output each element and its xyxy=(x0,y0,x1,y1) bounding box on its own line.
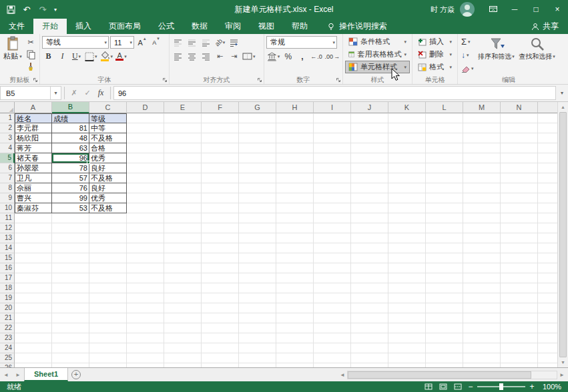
cell-I15[interactable] xyxy=(314,253,351,263)
page-break-view-button[interactable] xyxy=(451,381,465,392)
row-header-3[interactable]: 3 xyxy=(0,133,15,143)
column-header-B[interactable]: B xyxy=(52,102,89,113)
cell-H12[interactable] xyxy=(276,223,314,233)
column-header-I[interactable]: I xyxy=(314,102,351,113)
cell-K13[interactable] xyxy=(388,233,426,243)
cell-G14[interactable] xyxy=(239,243,276,253)
cell-D18[interactable] xyxy=(127,283,164,293)
zoom-slider-thumb[interactable] xyxy=(499,383,503,390)
cell-B11[interactable] xyxy=(52,213,89,223)
cell-J3[interactable] xyxy=(351,133,388,143)
borders-button[interactable]: ▾ xyxy=(84,50,98,63)
cell-F20[interactable] xyxy=(202,303,239,313)
redo-button[interactable]: ↷ xyxy=(35,0,51,19)
cell-D15[interactable] xyxy=(127,253,164,263)
cell-D3[interactable] xyxy=(127,133,164,143)
cell-G4[interactable] xyxy=(239,143,276,153)
cell-J21[interactable] xyxy=(351,313,388,323)
number-dialog-launcher[interactable] xyxy=(336,77,341,83)
cell-M23[interactable] xyxy=(463,333,501,343)
cell-I3[interactable] xyxy=(314,133,351,143)
cell-K24[interactable] xyxy=(388,343,426,353)
fill-button[interactable]: ↓▾ xyxy=(460,49,475,61)
scroll-right-button[interactable]: ► xyxy=(557,372,567,378)
cell-H5[interactable] xyxy=(276,153,314,163)
cell-E25[interactable] xyxy=(164,353,202,363)
horizontal-scroll-thumb[interactable] xyxy=(348,371,531,379)
cell-E23[interactable] xyxy=(164,333,202,343)
cell-E19[interactable] xyxy=(164,293,202,303)
name-box-dropdown[interactable]: ▾ xyxy=(51,86,61,100)
cell-F13[interactable] xyxy=(202,233,239,243)
cell-D11[interactable] xyxy=(127,213,164,223)
cell-J16[interactable] xyxy=(351,263,388,273)
increase-decimal-button[interactable]: ←.0 xyxy=(310,50,322,63)
cell-B13[interactable] xyxy=(52,233,89,243)
cell-C13[interactable] xyxy=(89,233,127,243)
underline-button[interactable]: U▾ xyxy=(70,50,83,63)
cell-G13[interactable] xyxy=(239,233,276,243)
enter-button[interactable]: ✓ xyxy=(81,85,94,101)
column-header-A[interactable]: A xyxy=(15,102,52,113)
tab-help[interactable]: 帮助 xyxy=(283,19,316,34)
cell-N15[interactable] xyxy=(501,253,538,263)
cell-D24[interactable] xyxy=(127,343,164,353)
percent-style-button[interactable]: % xyxy=(282,50,294,63)
cell-J20[interactable] xyxy=(351,303,388,313)
cell-I22[interactable] xyxy=(314,323,351,333)
find-select-button[interactable]: 查找和选择▾ xyxy=(518,35,557,75)
cell-J7[interactable] xyxy=(351,173,388,183)
user-name[interactable]: 时 方焱 xyxy=(431,5,455,15)
cell-J2[interactable] xyxy=(351,123,388,133)
decrease-decimal-button[interactable]: .00→ xyxy=(324,50,340,63)
decrease-font-button[interactable]: A▾ xyxy=(150,36,162,49)
tab-view[interactable]: 视图 xyxy=(250,19,283,34)
cell-L14[interactable] xyxy=(426,243,463,253)
cell-I16[interactable] xyxy=(314,263,351,273)
comma-style-button[interactable]: , xyxy=(296,50,308,63)
paste-button[interactable]: 粘贴▾ xyxy=(2,35,23,71)
cell-N3[interactable] xyxy=(501,133,538,143)
cell-F11[interactable] xyxy=(202,213,239,223)
formula-bar-expand-button[interactable]: ▾ xyxy=(556,85,568,101)
cell-N13[interactable] xyxy=(501,233,538,243)
cell-C5[interactable]: 优秀 xyxy=(89,153,127,163)
zoom-out-button[interactable]: − xyxy=(465,382,476,391)
tab-review[interactable]: 审阅 xyxy=(216,19,250,34)
cell-C17[interactable] xyxy=(89,273,127,283)
cell-L11[interactable] xyxy=(426,213,463,223)
cell-N16[interactable] xyxy=(501,263,538,273)
cell-N6[interactable] xyxy=(501,163,538,173)
scroll-up-button[interactable]: ▲ xyxy=(558,102,568,112)
cell-G8[interactable] xyxy=(239,183,276,193)
cell-J11[interactable] xyxy=(351,213,388,223)
cell-H17[interactable] xyxy=(276,273,314,283)
wrap-text-button[interactable] xyxy=(228,36,240,49)
cell-A2[interactable]: 李元群 xyxy=(15,123,52,133)
cell-C16[interactable] xyxy=(89,263,127,273)
cell-F6[interactable] xyxy=(202,163,239,173)
cell-C1[interactable]: 等级 xyxy=(89,113,127,123)
cell-H2[interactable] xyxy=(276,123,314,133)
cell-G18[interactable] xyxy=(239,283,276,293)
increase-font-button[interactable]: A▴ xyxy=(135,36,148,49)
cell-F18[interactable] xyxy=(202,283,239,293)
cut-button[interactable]: ✂ xyxy=(25,37,37,47)
row-header-14[interactable]: 14 xyxy=(0,243,15,253)
cell-M25[interactable] xyxy=(463,353,501,363)
copy-button[interactable] xyxy=(25,49,37,59)
cell-F19[interactable] xyxy=(202,293,239,303)
cell-J5[interactable] xyxy=(351,153,388,163)
cell-I8[interactable] xyxy=(314,183,351,193)
cell-I24[interactable] xyxy=(314,343,351,353)
cell-E3[interactable] xyxy=(164,133,202,143)
cell-G9[interactable] xyxy=(239,193,276,203)
cell-G19[interactable] xyxy=(239,293,276,303)
cell-M4[interactable] xyxy=(463,143,501,153)
font-dialog-launcher[interactable] xyxy=(162,77,168,83)
cell-N23[interactable] xyxy=(501,333,538,343)
cell-C15[interactable] xyxy=(89,253,127,263)
cell-J25[interactable] xyxy=(351,353,388,363)
cell-D12[interactable] xyxy=(127,223,164,233)
font-size-select[interactable]: 11▾ xyxy=(110,36,134,49)
